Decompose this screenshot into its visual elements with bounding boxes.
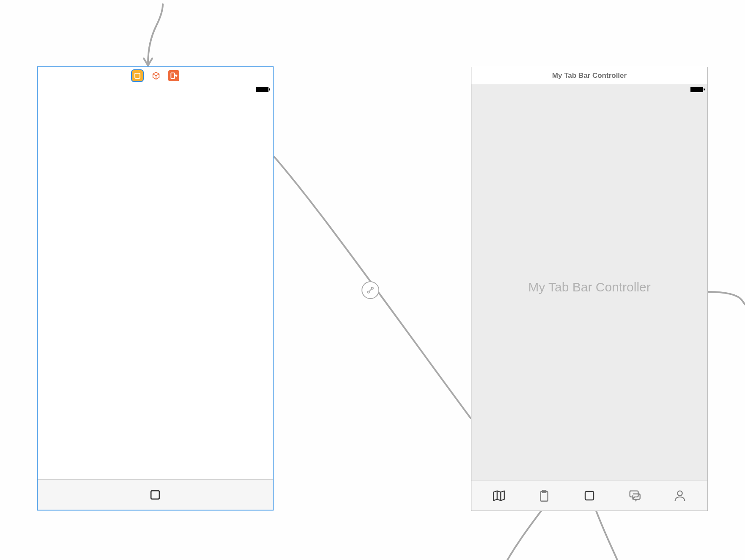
first-responder-icon[interactable] — [150, 69, 162, 82]
placeholder-label: My Tab Bar Controller — [528, 280, 651, 294]
scene-main-view[interactable] — [38, 94, 273, 479]
svg-rect-4 — [151, 491, 159, 499]
chat-icon[interactable] — [627, 488, 643, 504]
battery-icon — [690, 87, 703, 92]
battery-icon — [256, 87, 268, 92]
clipboard-icon[interactable] — [536, 488, 552, 504]
svg-rect-3 — [171, 73, 174, 78]
square-icon[interactable] — [581, 488, 597, 504]
square-icon[interactable] — [147, 487, 163, 503]
svg-point-1 — [371, 287, 373, 289]
status-bar — [38, 84, 273, 94]
svg-rect-9 — [585, 491, 594, 500]
bottom-bar[interactable] — [38, 479, 273, 510]
tab-bar-controller-scene[interactable]: My Tab Bar Controller My Tab Bar Control… — [471, 67, 708, 511]
tab-bar[interactable] — [471, 480, 707, 511]
exit-icon[interactable] — [168, 70, 179, 81]
view-controller-icon[interactable] — [131, 69, 144, 82]
status-bar — [471, 84, 707, 94]
svg-point-0 — [367, 291, 370, 293]
scene-title-label: My Tab Bar Controller — [552, 71, 627, 80]
scene-titlebar[interactable]: My Tab Bar Controller — [471, 67, 707, 84]
svg-line-2 — [369, 289, 372, 291]
person-icon[interactable] — [672, 488, 688, 504]
map-icon[interactable] — [491, 488, 507, 504]
scene-titlebar[interactable] — [38, 67, 273, 84]
svg-point-10 — [677, 491, 682, 495]
segue-badge[interactable] — [362, 281, 379, 299]
scene-main-view[interactable]: My Tab Bar Controller — [471, 94, 707, 480]
view-controller-scene[interactable] — [37, 66, 274, 511]
